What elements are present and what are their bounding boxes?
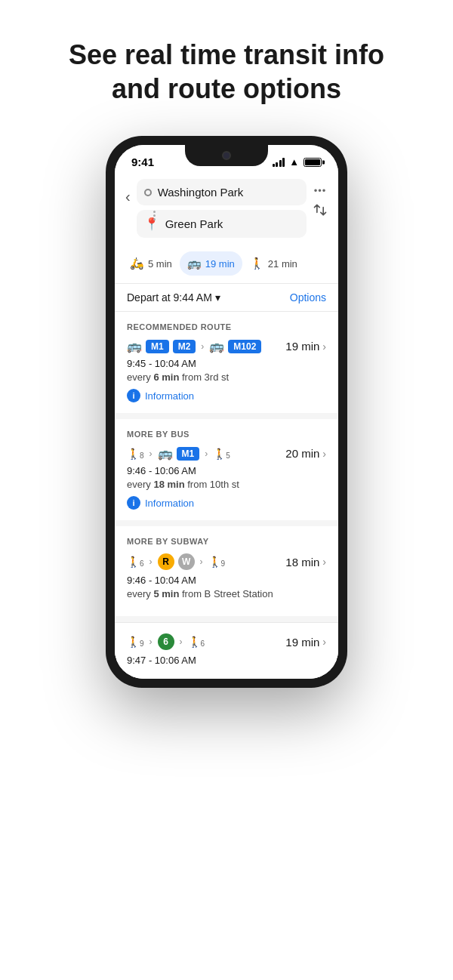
tab-scooter[interactable]: 🛵 5 min bbox=[122, 251, 180, 276]
battery-icon bbox=[304, 158, 322, 167]
subway-duration: 18 min › bbox=[285, 556, 326, 569]
last-walk-start-icon: 🚶9 bbox=[127, 636, 144, 648]
swap-directions-button[interactable] bbox=[313, 199, 328, 217]
info-icon: i bbox=[127, 389, 140, 402]
subway-walk-start-icon: 🚶6 bbox=[127, 556, 144, 568]
camera bbox=[222, 151, 231, 160]
bus-info-label: Information bbox=[145, 498, 194, 509]
status-icons: ▲ bbox=[273, 156, 322, 168]
recommended-time-range: 9:45 - 10:04 AM bbox=[127, 358, 326, 369]
walk-end-icon: 🚶5 bbox=[213, 448, 230, 460]
last-route-badges: 🚶9 › 6 › 🚶6 bbox=[127, 633, 205, 650]
more-subway-label: MORE BY SUBWAY bbox=[127, 537, 326, 546]
last-walk-end-icon: 🚶6 bbox=[188, 636, 205, 648]
search-area: ‹ Washington Park 📍 Green Park ••• bbox=[115, 173, 338, 248]
walk-time: 21 min bbox=[268, 258, 297, 270]
subway-route-badges: 🚶6 › R W › 🚶9 bbox=[127, 553, 225, 570]
subway-r-badge: R bbox=[158, 553, 174, 570]
last-duration: 19 min › bbox=[285, 636, 326, 649]
subway-route-row[interactable]: 🚶6 › R W › 🚶9 18 min › bbox=[127, 553, 326, 570]
origin-input-row[interactable]: Washington Park bbox=[137, 179, 307, 205]
badge-m1: M1 bbox=[146, 340, 169, 353]
route-connector bbox=[153, 211, 156, 220]
back-button[interactable]: ‹ bbox=[125, 179, 131, 242]
bus-duration: 20 min › bbox=[285, 447, 326, 460]
origin-dot-icon bbox=[144, 189, 152, 196]
bus-icon: 🚌 bbox=[187, 257, 202, 270]
badge-m102: M102 bbox=[228, 340, 261, 353]
phone-mockup: 9:41 ▲ ‹ Washington Park bbox=[106, 136, 347, 688]
subway-walk-end-icon: 🚶9 bbox=[208, 556, 226, 568]
tab-walk[interactable]: 🚶 21 min bbox=[242, 251, 305, 276]
subway-time-range: 9:46 - 10:04 AM bbox=[127, 575, 326, 586]
phone-notch bbox=[185, 145, 268, 166]
bus-time: 19 min bbox=[205, 258, 235, 270]
depart-row: Depart at 9:44 AM ▾ Options bbox=[115, 284, 338, 312]
search-inputs: Washington Park 📍 Green Park bbox=[137, 179, 307, 242]
more-options-button[interactable]: ••• bbox=[314, 183, 327, 196]
walk-icon: 🚶 bbox=[250, 257, 264, 270]
wifi-icon: ▲ bbox=[289, 156, 299, 168]
route-badges: 🚌 M1 M2 › 🚌 M102 bbox=[127, 339, 261, 353]
last-route-row[interactable]: 🚶9 › 6 › 🚶6 19 min › bbox=[127, 633, 326, 650]
bus-route-icon: 🚌 bbox=[127, 339, 142, 353]
routes-content: Depart at 9:44 AM ▾ Options RECOMMENDED … bbox=[115, 284, 338, 679]
recommended-duration: 19 min › bbox=[285, 340, 326, 353]
destination-pin-icon: 📍 bbox=[144, 217, 159, 231]
subway-6-badge: 6 bbox=[158, 633, 174, 650]
subway-frequency: every 5 min from B Street Station bbox=[127, 588, 326, 599]
recommended-frequency: every 6 min from 3rd st bbox=[127, 371, 326, 383]
transport-mode-tabs: 🛵 5 min 🚌 19 min 🚶 21 min bbox=[115, 248, 338, 284]
tab-bus[interactable]: 🚌 19 min bbox=[180, 251, 242, 276]
origin-text: Washington Park bbox=[158, 186, 244, 199]
bus-time-range: 9:46 - 10:06 AM bbox=[127, 465, 326, 476]
info-icon-2: i bbox=[127, 496, 140, 510]
recommended-route-row[interactable]: 🚌 M1 M2 › 🚌 M102 19 min › bbox=[127, 339, 326, 353]
bus-icon-m1: 🚌 bbox=[158, 446, 173, 461]
walk-start-icon: 🚶8 bbox=[127, 448, 144, 460]
more-subway-section: MORE BY SUBWAY 🚶6 › R W › 🚶9 18 min › bbox=[115, 526, 338, 616]
scooter-time: 5 min bbox=[148, 258, 172, 270]
recommended-info-label: Information bbox=[145, 390, 194, 402]
more-bus-route-row[interactable]: 🚶8 › 🚌 M1 › 🚶5 20 min › bbox=[127, 446, 326, 461]
scooter-icon: 🛵 bbox=[130, 257, 144, 270]
badge-m2: M2 bbox=[173, 340, 196, 353]
destination-input-row[interactable]: 📍 Green Park bbox=[137, 210, 307, 238]
last-route-section: 🚶9 › 6 › 🚶6 19 min › 9:47 - 10:06 AM bbox=[115, 623, 338, 679]
recommended-route-section: RECOMMENDED ROUTE 🚌 M1 M2 › 🚌 M102 19 mi… bbox=[115, 312, 338, 413]
more-bus-label: MORE BY BUS bbox=[127, 430, 326, 439]
bus-info-button[interactable]: i Information bbox=[127, 496, 326, 510]
recommended-info-button[interactable]: i Information bbox=[127, 389, 326, 402]
bus-route-icon-2: 🚌 bbox=[209, 339, 224, 353]
recommended-label: RECOMMENDED ROUTE bbox=[127, 322, 326, 331]
page-title: See real time transit info and route opt… bbox=[39, 0, 414, 136]
bus-route-badges: 🚶8 › 🚌 M1 › 🚶5 bbox=[127, 446, 230, 461]
more-bus-section: MORE BY BUS 🚶8 › 🚌 M1 › 🚶5 20 min › bbox=[115, 419, 338, 520]
options-button[interactable]: Options bbox=[290, 291, 326, 304]
last-time-range: 9:47 - 10:06 AM bbox=[127, 655, 326, 666]
status-time: 9:41 bbox=[131, 156, 154, 168]
destination-text: Green Park bbox=[165, 217, 223, 230]
signal-icon bbox=[273, 158, 285, 167]
subway-w-badge: W bbox=[178, 553, 195, 570]
depart-time[interactable]: Depart at 9:44 AM ▾ bbox=[127, 291, 220, 304]
bus-frequency: every 18 min from 10th st bbox=[127, 479, 326, 490]
badge-bus-m1: M1 bbox=[177, 447, 200, 461]
